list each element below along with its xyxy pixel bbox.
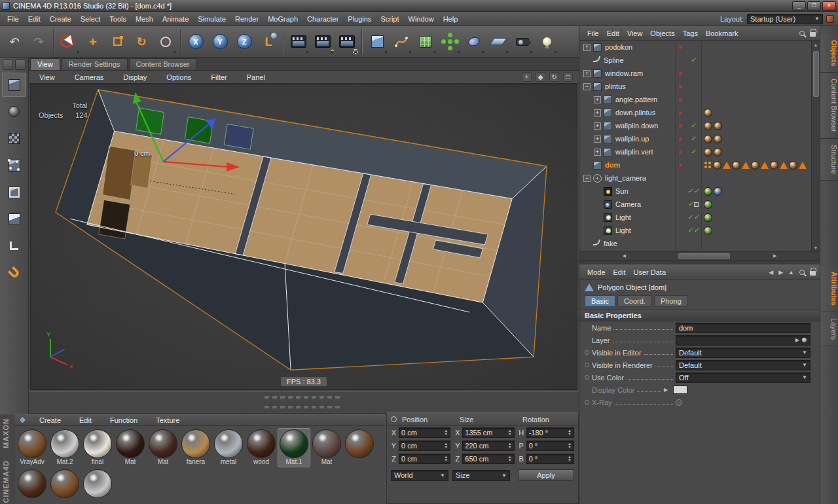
tree-row-spline[interactable]: Spline ✓ bbox=[579, 54, 811, 67]
workplane-icon[interactable] bbox=[3, 60, 13, 70]
material-tag-icon[interactable] bbox=[704, 122, 712, 130]
panel-divider[interactable] bbox=[579, 260, 820, 265]
tags-cell[interactable] bbox=[701, 41, 811, 54]
lock-icon[interactable] bbox=[810, 271, 816, 276]
mat-menu-texture[interactable]: Texture bbox=[151, 416, 184, 424]
om-menu-objects[interactable]: Objects bbox=[646, 29, 678, 37]
tree-row-wallplin-down[interactable]: +wallplin.down ✓ bbox=[579, 119, 811, 132]
material-item[interactable]: Mat.2 bbox=[49, 429, 81, 467]
cloner-menu[interactable] bbox=[438, 29, 462, 55]
layer-browser-icon[interactable] bbox=[801, 337, 807, 343]
tags-cell[interactable] bbox=[701, 67, 811, 80]
layer-dot-cell[interactable] bbox=[675, 132, 685, 145]
expand-icon[interactable]: + bbox=[594, 122, 601, 130]
anim-dot-icon[interactable] bbox=[585, 350, 589, 355]
phong-tag-icon[interactable] bbox=[780, 162, 788, 169]
size-z-field[interactable]: 650 cm ▲▼ bbox=[462, 454, 514, 464]
vp-menu-panel[interactable]: Panel bbox=[242, 73, 270, 81]
tags-cell[interactable] bbox=[701, 106, 811, 119]
layer-dot-cell[interactable] bbox=[675, 224, 685, 237]
size-y-field[interactable]: 220 cm ▲▼ bbox=[462, 441, 514, 451]
phong-tag-icon[interactable] bbox=[742, 162, 750, 169]
menu-edit[interactable]: Edit bbox=[24, 15, 45, 23]
expand-icon[interactable]: + bbox=[594, 96, 601, 103]
pan-view-icon[interactable]: + bbox=[522, 72, 532, 82]
am-menu-mode[interactable]: Mode bbox=[583, 268, 610, 276]
texture-mode-button[interactable] bbox=[2, 126, 26, 151]
menu-select[interactable]: Select bbox=[76, 15, 105, 23]
splitter-grip[interactable] bbox=[264, 396, 343, 399]
xray-checkbox[interactable] bbox=[676, 399, 682, 406]
material-tag-icon[interactable] bbox=[704, 135, 712, 143]
expression-tag-icon[interactable] bbox=[704, 187, 712, 196]
collapse-icon[interactable]: − bbox=[583, 83, 591, 90]
render-view-button[interactable] bbox=[287, 29, 310, 55]
material-tag-icon[interactable] bbox=[770, 161, 778, 170]
vp-menu-display[interactable]: Display bbox=[118, 73, 151, 81]
side-tab-content-browser[interactable]: Content Browser bbox=[820, 73, 838, 139]
tree-row-light[interactable]: Light ✓✓ bbox=[579, 224, 811, 237]
menu-mesh[interactable]: Mesh bbox=[131, 15, 158, 23]
polygons-mode-button[interactable] bbox=[2, 207, 26, 231]
history-back-icon[interactable]: ◀ bbox=[769, 269, 773, 276]
side-tab-structure[interactable]: Structure bbox=[820, 139, 838, 181]
anim-dot-icon[interactable] bbox=[585, 375, 589, 380]
live-selection-tool[interactable] bbox=[57, 29, 81, 55]
scale-tool[interactable] bbox=[105, 29, 129, 55]
tags-cell[interactable] bbox=[701, 80, 811, 93]
environment-menu[interactable] bbox=[486, 29, 510, 55]
mat-menu-create[interactable]: Create bbox=[35, 416, 65, 424]
layer-dot-cell[interactable] bbox=[675, 211, 685, 224]
visibility-cell[interactable]: ✓✓ bbox=[685, 224, 701, 237]
menu-create[interactable]: Create bbox=[45, 15, 76, 23]
material-tag-icon[interactable] bbox=[714, 135, 722, 143]
horizontal-scrollbar[interactable]: ◀ ▶ bbox=[579, 251, 820, 260]
expand-icon[interactable]: + bbox=[583, 70, 591, 77]
tab-coord[interactable]: Coord. bbox=[617, 295, 652, 307]
menu-character[interactable]: Character bbox=[302, 15, 343, 23]
render-picture-viewer-button[interactable]: + bbox=[311, 29, 335, 55]
material-item[interactable]: Mat bbox=[311, 429, 342, 467]
menu-window[interactable]: Window bbox=[404, 15, 439, 23]
layer-dot-cell[interactable] bbox=[675, 171, 685, 185]
layer-dot-cell[interactable] bbox=[675, 54, 685, 67]
stepper[interactable]: ▲▼ bbox=[508, 456, 512, 462]
rotation-h-field[interactable]: -180 ° ▲▼ bbox=[526, 427, 574, 438]
material-tag-icon[interactable] bbox=[714, 148, 722, 156]
zoom-view-icon[interactable]: ◆ bbox=[536, 72, 545, 82]
layer-dot-cell[interactable] bbox=[675, 198, 685, 211]
make-editable-button[interactable] bbox=[2, 73, 26, 97]
stepper[interactable]: ▲▼ bbox=[508, 442, 512, 449]
lock-z-axis[interactable]: Z bbox=[232, 29, 256, 55]
scroll-left-icon[interactable]: ◀ bbox=[579, 252, 669, 260]
stepper[interactable]: ▲▼ bbox=[568, 429, 572, 436]
visibility-cell[interactable] bbox=[685, 106, 701, 119]
camera-menu[interactable] bbox=[511, 29, 534, 55]
vp-menu-filter[interactable]: Filter bbox=[206, 73, 231, 81]
menu-animate[interactable]: Animate bbox=[158, 15, 193, 23]
redo-button[interactable]: ↷ bbox=[27, 29, 50, 55]
layer-dot-cell[interactable] bbox=[675, 185, 685, 198]
expression-tag-icon[interactable] bbox=[704, 226, 712, 235]
tab-basic[interactable]: Basic bbox=[585, 295, 615, 307]
om-menu-tags[interactable]: Tags bbox=[679, 29, 702, 37]
tree-row-camera[interactable]: Camera ✓ bbox=[579, 198, 811, 211]
panel-circle-icon[interactable] bbox=[391, 416, 397, 422]
tags-cell[interactable] bbox=[701, 119, 811, 132]
menu-render[interactable]: Render bbox=[230, 15, 263, 23]
light-menu[interactable] bbox=[535, 29, 558, 55]
material-item[interactable]: wood bbox=[246, 429, 277, 467]
material-item[interactable] bbox=[49, 469, 81, 499]
layout-palette-icon[interactable] bbox=[826, 15, 834, 23]
visibility-cell[interactable] bbox=[685, 171, 701, 185]
visibility-cell[interactable]: ✓✓ bbox=[685, 211, 701, 224]
om-menu-view[interactable]: View bbox=[623, 29, 647, 37]
scroll-down-icon[interactable]: ▼ bbox=[812, 243, 820, 251]
minimize-button[interactable]: _ bbox=[792, 1, 806, 10]
tags-cell[interactable] bbox=[701, 171, 811, 185]
layer-dot-cell[interactable] bbox=[675, 106, 685, 119]
tags-cell[interactable] bbox=[701, 54, 811, 67]
visible-renderer-dropdown[interactable]: Default ▼ bbox=[676, 360, 811, 370]
tree-row-window-ram[interactable]: +window.ram bbox=[579, 67, 811, 80]
menu-file[interactable]: File bbox=[3, 15, 24, 23]
